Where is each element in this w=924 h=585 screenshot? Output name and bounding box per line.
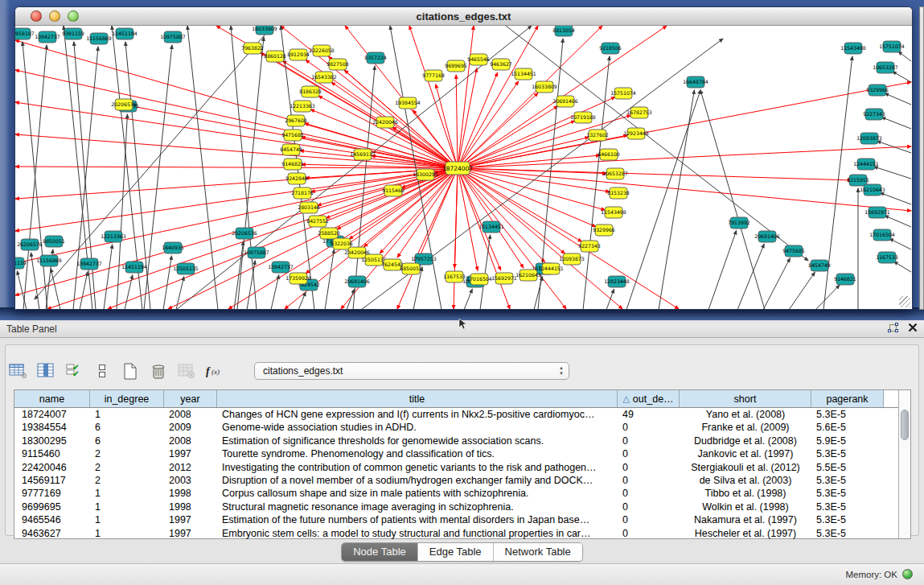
cell-in_degree[interactable]: 1 xyxy=(90,487,164,500)
cell-in_degree[interactable]: 6 xyxy=(90,421,164,434)
cell-name[interactable]: 19384554 xyxy=(14,421,90,434)
tab-node-table[interactable]: Node Table xyxy=(342,543,418,561)
new-table-icon[interactable] xyxy=(121,361,140,381)
cell-title[interactable]: Estimation of significance thresholds fo… xyxy=(217,435,618,447)
function-builder-icon[interactable]: f(x) xyxy=(205,361,224,381)
table-row[interactable]: 946554611997Estimation of the future num… xyxy=(14,513,898,526)
cell-in_degree[interactable]: 6 xyxy=(90,435,164,447)
network-canvas[interactable]: 1095810713942737939115911156869114511941… xyxy=(15,26,912,309)
float-panel-icon[interactable] xyxy=(888,323,898,335)
cell-year[interactable]: 1997 xyxy=(164,513,217,526)
table-scrollbar[interactable] xyxy=(898,390,910,538)
cell-out_de[interactable]: 0 xyxy=(618,435,680,447)
cell-pagerank[interactable]: 5.3E-5 xyxy=(811,527,884,540)
table-row[interactable]: 969969511998Structural magnetic resonanc… xyxy=(14,501,898,513)
table-row[interactable]: 2242004622012Investigating the contribut… xyxy=(14,461,898,474)
table-row[interactable]: 1872400712008Changes of HCN gene express… xyxy=(14,408,898,421)
cell-pagerank[interactable]: 5.3E-5 xyxy=(811,487,884,500)
cell-short[interactable]: de Silva et al. (2003) xyxy=(680,474,811,487)
cell-short[interactable]: Dudbridge et al. (2008) xyxy=(680,435,811,447)
cell-name[interactable]: 18300295 xyxy=(14,435,90,447)
cell-name[interactable]: 9463627 xyxy=(14,527,90,540)
column-visibility-icon[interactable] xyxy=(36,361,55,381)
cell-pagerank[interactable]: 5.3E-5 xyxy=(811,408,884,421)
cell-title[interactable]: Investigating the contribution of common… xyxy=(217,461,618,474)
cell-out_de[interactable]: 0 xyxy=(618,421,680,434)
column-header-title[interactable]: title xyxy=(217,390,618,407)
cell-pagerank[interactable]: 5.3E-5 xyxy=(811,513,884,526)
column-header-year[interactable]: year xyxy=(164,390,217,407)
network-window[interactable]: citations_edges.txt 10958107139427379391… xyxy=(14,6,913,310)
tab-network-table[interactable]: Network Table xyxy=(494,543,582,561)
network-graph[interactable]: 1095810713942737939115911156869114511941… xyxy=(15,26,912,309)
cell-out_de[interactable]: 0 xyxy=(618,527,680,540)
cell-name[interactable]: 9699695 xyxy=(14,501,90,513)
cell-out_de[interactable]: 49 xyxy=(618,408,680,421)
cell-short[interactable]: Franke et al. (2009) xyxy=(680,421,811,434)
cell-name[interactable]: 9465546 xyxy=(14,513,90,526)
cell-in_degree[interactable]: 2 xyxy=(90,447,164,460)
cell-year[interactable]: 2003 xyxy=(164,474,217,487)
cell-in_degree[interactable]: 1 xyxy=(90,527,164,540)
cell-out_de[interactable]: 0 xyxy=(618,501,680,513)
cell-in_degree[interactable]: 2 xyxy=(90,474,164,487)
column-header-name[interactable]: name xyxy=(14,390,90,407)
cell-in_degree[interactable]: 1 xyxy=(90,408,164,421)
cell-name[interactable]: 18724007 xyxy=(14,408,90,421)
cell-short[interactable]: Stergiakouli et al. (2012) xyxy=(680,461,811,474)
table-row[interactable]: 1938455462009Genome-wide association stu… xyxy=(14,421,898,434)
cell-year[interactable]: 1998 xyxy=(164,487,217,500)
cell-year[interactable]: 2012 xyxy=(164,461,217,474)
cell-in_degree[interactable]: 1 xyxy=(90,501,164,513)
cell-year[interactable]: 2008 xyxy=(164,435,217,447)
table-scrollbar-thumb[interactable] xyxy=(901,410,909,440)
background-window-sliver[interactable] xyxy=(919,6,924,310)
delete-table-icon[interactable] xyxy=(149,361,168,381)
table-row[interactable]: 977716911998Corpus callosum shape and si… xyxy=(14,487,898,500)
cell-out_de[interactable]: 0 xyxy=(618,513,680,526)
cell-title[interactable]: Estimation of the future numbers of pati… xyxy=(217,513,618,526)
cell-title[interactable]: Embryonic stem cells: a model to study s… xyxy=(217,527,618,540)
cell-out_de[interactable]: 0 xyxy=(618,447,680,460)
cell-title[interactable]: Changes of HCN gene expression and I(f) … xyxy=(217,408,618,421)
network-table-select[interactable]: citations_edges.txt▲▼ xyxy=(254,362,569,380)
table-row[interactable]: 946362711997Embryonic stem cells: a mode… xyxy=(14,527,898,540)
cell-title[interactable]: Tourette syndrome. Phenomenology and cla… xyxy=(217,447,618,460)
cell-pagerank[interactable]: 5.9E-5 xyxy=(811,435,884,447)
cell-in_degree[interactable]: 1 xyxy=(90,513,164,526)
table-row[interactable]: 911546021997Tourette syndrome. Phenomeno… xyxy=(14,447,898,460)
cell-pagerank[interactable]: 5.6E-5 xyxy=(811,421,884,434)
cell-year[interactable]: 1998 xyxy=(164,501,217,513)
column-header-pagerank[interactable]: pagerank xyxy=(811,390,884,407)
tab-edge-table[interactable]: Edge Table xyxy=(418,543,494,561)
cell-title[interactable]: Corpus callosum shape and size in male p… xyxy=(217,487,618,500)
cell-year[interactable]: 1997 xyxy=(164,527,217,540)
cell-out_de[interactable]: 0 xyxy=(618,461,680,474)
cell-short[interactable]: Jankovic et al. (1997) xyxy=(680,447,811,460)
table-row[interactable]: 1456911722003Disruption of a novel membe… xyxy=(14,474,898,487)
table-settings-icon[interactable]: ⚙ xyxy=(8,361,27,381)
cell-title[interactable]: Genome-wide association studies in ADHD. xyxy=(217,421,618,434)
cell-short[interactable]: Tibbo et al. (1998) xyxy=(680,487,811,500)
table-row[interactable]: 1830029562008Estimation of significance … xyxy=(14,435,898,447)
cell-pagerank[interactable]: 5.3E-5 xyxy=(811,501,884,513)
merge-rows-icon[interactable] xyxy=(92,361,112,381)
cell-title[interactable]: Structural magnetic resonance image aver… xyxy=(217,501,618,513)
cell-out_de[interactable]: 0 xyxy=(618,474,680,487)
cell-in_degree[interactable]: 2 xyxy=(90,461,164,474)
cell-year[interactable]: 2008 xyxy=(164,408,217,421)
cell-name[interactable]: 9777169 xyxy=(14,487,90,500)
cell-short[interactable]: Wolkin et al. (1998) xyxy=(680,501,811,513)
cell-name[interactable]: 9115460 xyxy=(14,447,90,460)
cell-name[interactable]: 22420046 xyxy=(14,461,90,474)
cell-title[interactable]: Disruption of a novel member of a sodium… xyxy=(217,474,618,487)
cell-pagerank[interactable]: 5.5E-5 xyxy=(811,461,884,474)
cell-year[interactable]: 1997 xyxy=(164,447,217,460)
cell-out_de[interactable]: 0 xyxy=(618,487,680,500)
cell-year[interactable]: 2009 xyxy=(164,421,217,434)
cell-pagerank[interactable]: 5.3E-5 xyxy=(811,474,884,487)
column-header-out_de[interactable]: △out_de… xyxy=(618,390,680,407)
cell-pagerank[interactable]: 5.3E-5 xyxy=(811,447,884,460)
cell-short[interactable]: Nakamura et al. (1997) xyxy=(680,513,811,526)
window-resize-grip[interactable] xyxy=(899,296,910,307)
